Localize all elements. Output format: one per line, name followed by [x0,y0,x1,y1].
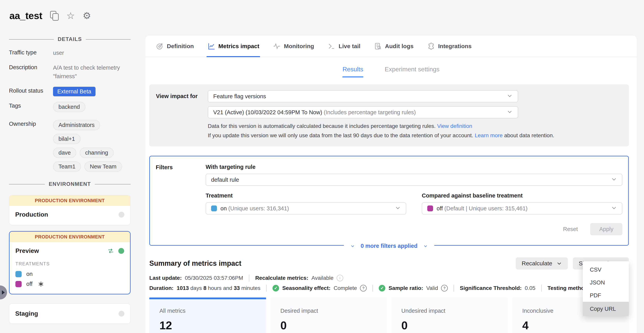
metric-card-all-metrics[interactable]: All metrics 12 [149,298,266,333]
treatment-on-row: on [16,271,124,277]
star-favorite-icon[interactable]: ☆ [66,11,75,20]
baseline-treatment-label: Compared against baseline treatment [422,192,622,199]
more-filters-toggle[interactable]: 0 more filters applied [344,242,434,250]
details-heading: DETAILS [9,36,130,42]
menu-item-copy-url[interactable]: Copy URL [583,302,629,316]
tab-metrics-impact[interactable]: Metrics impact [208,36,259,57]
question-icon[interactable]: ? [360,285,367,292]
version-note-2: If you update this version we will only … [208,132,622,138]
tab-live-tail[interactable]: Live tail [328,36,360,57]
subtab-experiment-settings[interactable]: Experiment settings [385,66,440,78]
copy-name-icon[interactable] [50,11,59,21]
rollout-status-badge: External Beta [53,87,96,96]
default-treatment-asterisk-icon [38,281,44,287]
version-dropdown[interactable]: V21 (Active) (10/03/2022 04:59PM To Now)… [208,106,518,118]
duration-days: 1013 [176,285,189,291]
treatment-on-swatch [16,271,22,277]
traffic-type-value: user [53,48,64,57]
metric-card-value: 0 [280,319,387,332]
chevron-down-icon [556,261,562,266]
menu-item-csv[interactable]: CSV [583,263,629,276]
info-icon[interactable]: i [336,275,343,281]
environment-card-staging[interactable]: Staging [9,303,130,324]
tab-label: Metrics impact [218,43,259,50]
treatment-off-label: off [26,281,32,287]
environment-card-preview[interactable]: PRODUCTION ENVIRONMENT Preview TREATMENT… [9,231,130,294]
metric-card-desired-impact[interactable]: Desired impact 0 [270,298,387,333]
tab-audit-logs[interactable]: Audit logs [374,36,414,57]
check-circle-icon: ✓ [272,285,279,292]
impact-type-dropdown[interactable]: Feature flag versions [208,90,518,102]
tab-monitoring[interactable]: Monitoring [273,36,314,57]
metric-summary-cards: All metrics 12 Desired impact 0 Undesire… [149,298,629,333]
subtab-results[interactable]: Results [342,66,363,78]
metric-card-undesired-impact[interactable]: Undesired impact 0 [391,298,508,333]
sidebar: DETAILS Traffic type user Description A/… [9,36,130,324]
divider [541,285,542,292]
ownership-row: Ownership Administratorsbilal+1 davechan… [9,120,130,175]
traffic-type-label: Traffic type [9,48,53,57]
environment-name: Production [15,211,118,218]
environment-name: Staging [15,310,118,317]
baseline-treatment-dropdown[interactable]: off (Default | Unique users: 315,461) [422,202,622,214]
baseline-name: off [436,205,443,212]
summary-meta-line-2: Duration: 1013 days 8 hours and 33 minut… [149,285,629,292]
treatment-on-label: on [26,271,32,277]
duration-hours-word: hours and [208,285,232,291]
duration-hours: 8 [203,285,206,291]
environment-status-dot [118,212,124,218]
question-icon[interactable]: ? [441,285,448,292]
seasonality-label: Seasonality effect: [282,285,330,291]
significance-threshold-value: 0.05 [525,285,536,291]
recalculate-metrics-label: Recalculate metrics: [255,275,308,281]
more-filters-label: 0 more filters applied [360,243,418,249]
menu-item-pdf[interactable]: PDF [583,289,629,302]
metric-card-value: 4 [522,319,629,332]
treatment-dropdown[interactable]: on (Unique users: 316,341) [206,202,406,214]
baseline-dropdown-value: off (Default | Unique users: 315,461) [436,205,607,212]
sub-tab-bar: Results Experiment settings [146,66,636,78]
line-chart-icon [208,42,215,50]
environment-card-production[interactable]: PRODUCTION ENVIRONMENT Production [9,195,130,225]
targeting-rule-dropdown[interactable]: default rule [206,174,622,186]
apply-button[interactable]: Apply [590,223,622,235]
chevron-down-icon [611,205,617,212]
chevron-down-icon [350,244,355,248]
seasonality-value: Complete [334,285,357,291]
chevron-down-icon [507,109,513,116]
version-value: V21 (Active) (10/03/2022 04:59PM To Now)… [213,109,503,116]
description-label: Description [9,63,53,80]
treatment-detail: (Unique users: 316,341) [228,205,289,212]
description-value: A/A test to check telemetry "fairness" [53,63,129,80]
recalculate-button[interactable]: Recalculate [516,257,568,270]
environment-status-dot [118,311,124,316]
view-definition-link[interactable]: View definition [437,123,472,129]
tab-integrations[interactable]: Integrations [427,36,472,57]
treatment-name: on [220,205,227,212]
treatment-filter-label: Treatment [206,192,406,199]
tab-label: Monitoring [284,43,314,50]
impact-type-value: Feature flag versions [213,93,503,100]
tab-bar: Definition Metrics impact Monitoring Liv… [146,36,636,57]
check-circle-icon: ✓ [379,285,385,292]
version-value-note: (Includes percentage targeting rules) [324,109,416,116]
page-header: aa_test ☆ ⚙ [9,10,91,22]
owner-pill: channing [80,148,114,158]
divider [454,285,454,292]
gear-icon[interactable]: ⚙ [83,11,91,20]
tags-row: Tags backend [9,102,130,116]
owner-pill: dave [53,148,76,158]
tab-label: Live tail [338,43,360,50]
reset-button[interactable]: Reset [563,226,578,232]
treatments-heading: TREATMENTS [16,261,124,266]
version-note-1-text: Data for this version is automatically c… [208,123,436,129]
environment-heading-label: ENVIRONMENT [49,181,91,187]
tab-label: Definition [167,43,194,50]
learn-more-link[interactable]: Learn more [475,132,503,138]
divider [249,274,249,282]
version-value-main: V21 (Active) (10/03/2022 04:59PM To Now) [213,109,322,116]
tab-definition[interactable]: Definition [156,36,194,57]
chevron-down-icon [423,244,428,248]
sidebar-collapse-handle[interactable] [0,286,7,300]
menu-item-json[interactable]: JSON [583,276,629,289]
